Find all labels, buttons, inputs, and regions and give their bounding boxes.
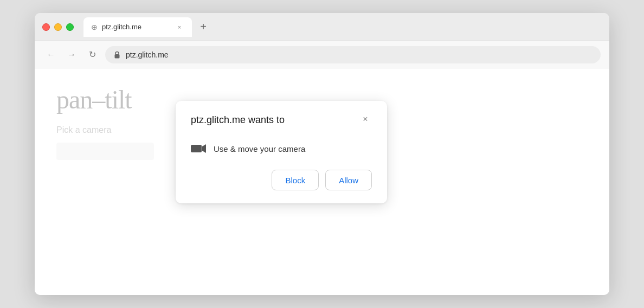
permission-popup: ptz.glitch.me wants to × Use & move your… bbox=[176, 101, 387, 203]
address-bar[interactable]: ptz.glitch.me bbox=[105, 46, 601, 63]
minimize-traffic-light[interactable] bbox=[54, 23, 62, 31]
svg-rect-0 bbox=[115, 54, 120, 59]
svg-marker-2 bbox=[202, 144, 206, 153]
browser-window: ⊕ ptz.glitch.me × + ← → ↻ ptz.glitch.me … bbox=[35, 13, 609, 295]
block-button[interactable]: Block bbox=[272, 170, 319, 190]
address-text: ptz.glitch.me bbox=[126, 50, 593, 59]
traffic-lights bbox=[42, 23, 74, 31]
tab-bar: ⊕ ptz.glitch.me × + bbox=[83, 17, 602, 37]
forward-button[interactable]: → bbox=[64, 47, 79, 62]
active-tab[interactable]: ⊕ ptz.glitch.me × bbox=[83, 17, 192, 37]
lock-icon bbox=[113, 50, 121, 59]
popup-header: ptz.glitch.me wants to × bbox=[191, 114, 372, 126]
back-button[interactable]: ← bbox=[43, 47, 59, 62]
permission-row: Use & move your camera bbox=[191, 137, 372, 160]
popup-actions: Block Allow bbox=[191, 170, 372, 190]
tab-close-button[interactable]: × bbox=[175, 22, 184, 32]
popup-close-button[interactable]: × bbox=[359, 113, 372, 126]
allow-button[interactable]: Allow bbox=[325, 170, 372, 190]
page-bg-input bbox=[56, 143, 154, 160]
reload-button[interactable]: ↻ bbox=[85, 47, 100, 62]
permission-text: Use & move your camera bbox=[214, 144, 305, 153]
title-bar: ⊕ ptz.glitch.me × + bbox=[35, 13, 609, 41]
tab-title: ptz.glitch.me bbox=[102, 23, 170, 31]
tab-drag-icon: ⊕ bbox=[91, 23, 98, 31]
nav-bar: ← → ↻ ptz.glitch.me bbox=[35, 41, 609, 68]
close-traffic-light[interactable] bbox=[42, 23, 50, 31]
page-content: pan–tilt Pick a camera ptz.glitch.me wan… bbox=[35, 68, 609, 295]
new-tab-button[interactable]: + bbox=[195, 19, 211, 35]
svg-rect-1 bbox=[191, 145, 202, 152]
camera-icon bbox=[191, 143, 206, 155]
popup-title: ptz.glitch.me wants to bbox=[191, 114, 285, 126]
maximize-traffic-light[interactable] bbox=[66, 23, 74, 31]
